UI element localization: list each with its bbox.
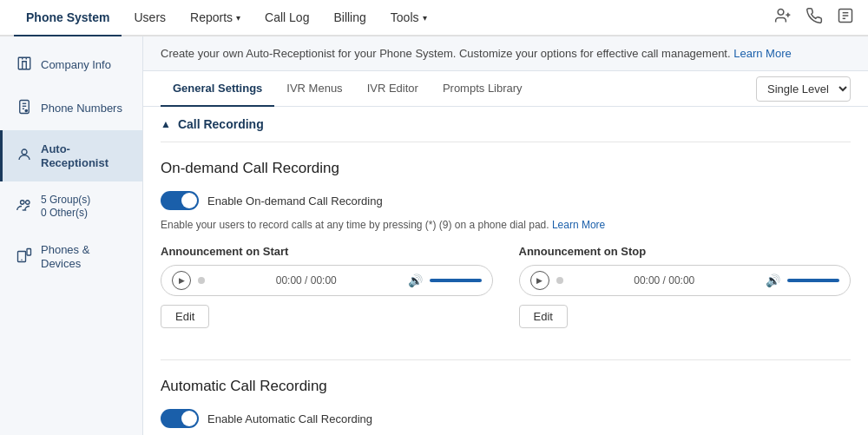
nav-call-log[interactable]: Call Log [253,0,321,36]
svg-rect-17 [27,248,31,255]
audio-progress-dot-stop [556,277,563,284]
tab-general-settings[interactable]: General Settings [161,71,274,107]
on-demand-toggle-row: Enable On-demand Call Recording [161,191,851,210]
automatic-toggle[interactable] [161,409,199,428]
call-recording-title: Call Recording [178,117,264,131]
receptionist-icon [16,147,32,166]
sidebar-label-auto-receptionist: Auto-Receptionist [41,142,128,169]
groups-icon [16,197,32,216]
svg-point-14 [21,200,25,204]
audio-controls-row: Announcement on Start ▶ 00:00 / 00:00 🔊 … [161,245,851,328]
nav-tools[interactable]: Tools ▾ [378,0,439,36]
phone-icon[interactable] [806,7,823,29]
document-icon[interactable] [837,7,854,29]
main-content: ▲ Call Recording On-demand Call Recordin… [143,107,868,435]
audio-player-stop: ▶ 00:00 / 00:00 🔊 [519,265,852,296]
automatic-toggle-label: Enable Automatic Call Recording [207,412,372,425]
sidebar-label-phones-devices: Phones & Devices [41,243,128,270]
sidebar-item-groups[interactable]: 5 Group(s) 0 Other(s) [0,181,142,231]
svg-point-13 [22,149,27,155]
nav-reports[interactable]: Reports ▾ [178,0,253,36]
announcement-start-label: Announcement on Start [161,245,493,258]
nav-phone-system[interactable]: Phone System [14,0,122,36]
devices-icon [16,247,32,267]
audio-time-stop: 00:00 / 00:00 [570,274,760,287]
edit-start-button[interactable]: Edit [161,305,209,328]
collapse-icon[interactable]: ▲ [161,118,171,130]
tab-ivr-editor[interactable]: IVR Editor [355,71,431,107]
call-recording-header: ▲ Call Recording [161,107,851,142]
svg-point-0 [778,9,784,15]
tabs-list: General Settings IVR Menus IVR Editor Pr… [161,71,535,106]
announcement-start-group: Announcement on Start ▶ 00:00 / 00:00 🔊 … [161,245,493,328]
on-demand-section: On-demand Call Recording Enable On-deman… [161,142,851,360]
phone-numbers-icon [16,99,32,118]
tab-ivr-menus[interactable]: IVR Menus [274,71,354,107]
edit-stop-button[interactable]: Edit [519,305,568,328]
volume-icon-stop[interactable]: 🔊 [766,274,780,287]
sidebar-label-company-info: Company Info [41,58,111,72]
reports-chevron-icon: ▾ [236,13,240,23]
top-navigation: Phone System Users Reports ▾ Call Log Bi… [0,0,868,36]
banner-learn-more-link[interactable]: Learn More [733,47,791,60]
content-area: Create your own Auto-Receptionist for yo… [143,36,868,435]
main-layout: Company Info Phone Numbers [0,36,868,435]
sidebar-label-phone-numbers: Phone Numbers [41,102,122,115]
svg-point-15 [26,200,30,204]
volume-slider-start[interactable] [430,279,482,282]
automatic-toggle-row: Enable Automatic Call Recording [161,409,851,428]
person-add-icon[interactable] [774,7,792,29]
sidebar-item-auto-receptionist[interactable]: Auto-Receptionist [0,130,142,181]
automatic-section: Automatic Call Recording Enable Automati… [161,360,851,435]
tools-chevron-icon: ▾ [423,13,427,23]
announcement-stop-group: Announcement on Stop ▶ 00:00 / 00:00 🔊 E… [519,245,852,328]
announcement-stop-label: Announcement on Stop [519,245,852,258]
sidebar-item-phones-devices[interactable]: Phones & Devices [0,231,142,282]
on-demand-hint: Enable your users to record calls at any… [161,219,851,231]
nav-users[interactable]: Users [122,0,178,36]
volume-icon-start[interactable]: 🔊 [408,274,423,287]
sidebar-item-company-info[interactable]: Company Info [0,43,142,87]
info-banner: Create your own Auto-Receptionist for yo… [143,36,868,71]
nav-icons-area [774,7,854,29]
level-select[interactable]: Single Level Multi Level [756,76,851,102]
automatic-title: Automatic Call Recording [161,378,851,395]
volume-slider-stop[interactable] [787,279,839,282]
on-demand-toggle[interactable] [161,191,199,210]
on-demand-learn-more-link[interactable]: Learn More [552,219,605,231]
building-icon [16,56,32,75]
tabs-row: General Settings IVR Menus IVR Editor Pr… [143,71,868,107]
nav-billing[interactable]: Billing [321,0,378,36]
banner-text: Create your own Auto-Receptionist for yo… [161,47,731,60]
sidebar: Company Info Phone Numbers [0,36,143,435]
tab-prompts-library[interactable]: Prompts Library [431,71,535,107]
audio-player-start: ▶ 00:00 / 00:00 🔊 [161,265,493,296]
on-demand-title: On-demand Call Recording [161,160,851,177]
audio-progress-dot-start [198,277,205,284]
svg-rect-7 [18,57,30,69]
svg-point-12 [25,109,27,111]
audio-time-start: 00:00 / 00:00 [212,274,401,287]
sidebar-label-groups: 5 Group(s) 0 Other(s) [41,194,90,219]
play-stop-button[interactable]: ▶ [530,271,549,290]
sidebar-item-phone-numbers[interactable]: Phone Numbers [0,87,142,130]
on-demand-toggle-label: Enable On-demand Call Recording [207,194,383,208]
play-start-button[interactable]: ▶ [172,271,191,290]
